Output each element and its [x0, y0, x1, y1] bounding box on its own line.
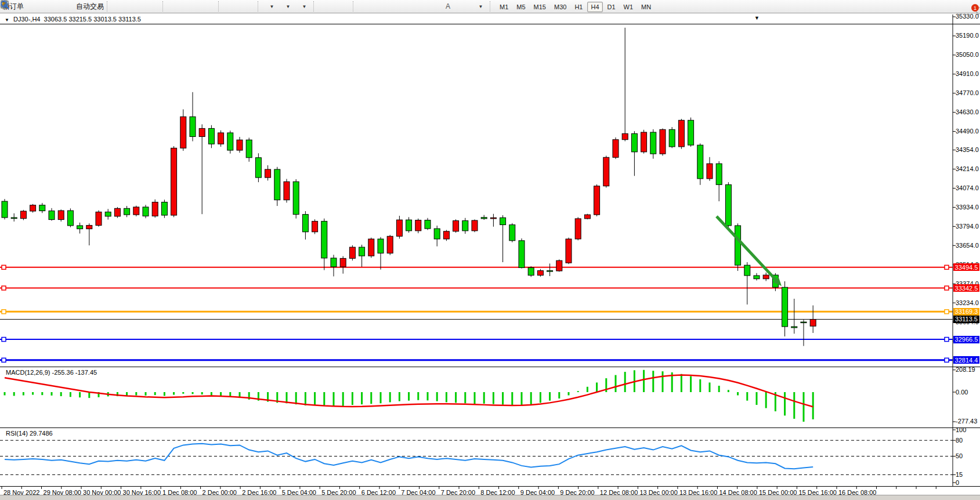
candle-body — [801, 322, 807, 323]
line-handle — [2, 310, 6, 314]
price-axis-tick: 34214.0 — [956, 165, 979, 172]
line-handle — [945, 286, 949, 290]
candle-body — [2, 201, 8, 218]
candle-body — [321, 221, 327, 258]
candle-body — [519, 241, 525, 268]
price-axis-tick: 33654.0 — [956, 242, 979, 249]
candle-body — [152, 202, 158, 216]
candle-body — [641, 132, 647, 152]
candle-body — [96, 212, 102, 225]
candle-body — [443, 231, 449, 239]
candle-body — [669, 129, 675, 147]
candle-body — [86, 225, 92, 229]
time-axis-label: 15 Dec 16:00 — [798, 489, 836, 496]
price-line-tag-33169.3[interactable]: 33169.3 — [953, 308, 979, 316]
price-line-tag-33342.5[interactable]: 33342.5 — [953, 284, 979, 292]
candle-body — [509, 225, 515, 241]
price-axis-tick: 33794.0 — [956, 223, 979, 230]
line-handle — [2, 265, 6, 269]
candle-body — [293, 182, 299, 214]
time-axis-label: 13 Dec 16:00 — [679, 489, 717, 496]
candle-body — [547, 271, 553, 272]
price-axis-tick: 34770.0 — [956, 89, 979, 96]
candle-body — [284, 182, 290, 200]
candle-body — [349, 247, 355, 258]
candle-body — [434, 229, 440, 239]
candle-body — [453, 220, 459, 231]
price-line-tag-33494.5[interactable]: 33494.5 — [953, 263, 979, 271]
candle-body — [340, 258, 346, 267]
candle-body — [791, 327, 797, 328]
candle-body — [594, 186, 600, 215]
price-line-tag-32814.4[interactable]: 32814.4 — [953, 356, 979, 364]
candle-body — [490, 218, 496, 219]
candle-body — [77, 226, 83, 229]
rsi-axis-tick: 0 — [956, 479, 959, 486]
line-handle — [2, 286, 6, 290]
price-axis-tick: 34074.0 — [956, 184, 979, 191]
candle-body — [678, 120, 684, 147]
candle-body — [105, 212, 111, 216]
candle-body — [67, 211, 73, 226]
price-line-tag-33113.5[interactable]: 33113.5 — [953, 316, 979, 323]
candle-body — [406, 220, 412, 231]
candle-body — [707, 164, 713, 179]
candle-body — [556, 260, 562, 271]
candle-body — [180, 117, 186, 148]
candle-body — [161, 202, 167, 215]
candle-body — [143, 207, 149, 216]
price-line-tag-32966.5[interactable]: 32966.5 — [953, 336, 979, 343]
candle-body — [763, 275, 769, 279]
candle-body — [20, 211, 26, 219]
candle-body — [500, 218, 506, 224]
line-handle — [945, 310, 949, 314]
rsi-axis-tick: 15 — [956, 471, 963, 478]
time-axis-label: 5 Dec 20:00 — [321, 489, 356, 496]
candle-body — [650, 132, 656, 154]
candle-body — [472, 220, 478, 231]
candle-body — [255, 158, 261, 177]
candle-body — [603, 157, 609, 186]
candle-body — [697, 145, 703, 179]
price-axis-tick: 33234.0 — [956, 299, 979, 306]
candle-body — [415, 220, 421, 231]
candle-body — [246, 140, 252, 158]
candle-body — [218, 133, 224, 144]
time-axis-label: 12 Dec 08:00 — [600, 489, 638, 496]
price-axis-tick: 33934.0 — [956, 204, 979, 211]
line-handle — [2, 338, 6, 342]
time-axis-label: 30 Nov 16:00 — [123, 489, 161, 496]
time-axis-label: 5 Dec 04:00 — [282, 489, 316, 496]
candle-body — [133, 207, 139, 215]
time-axis-label: 13 Dec 00:00 — [639, 489, 677, 496]
time-axis-label: 9 Dec 04:00 — [520, 489, 555, 496]
rsi-axis-tick: 50 — [956, 452, 963, 459]
candle-body — [11, 218, 17, 219]
macd-panel-separator[interactable] — [0, 367, 980, 367]
time-axis-label: 15 Dec 00:00 — [759, 489, 797, 496]
candle-body — [462, 220, 468, 230]
candle-body — [49, 211, 55, 220]
candle-body — [199, 128, 205, 136]
candle-body — [537, 271, 543, 276]
rsi-panel-separator[interactable] — [0, 427, 980, 428]
time-axis-label: 30 Nov 00:00 — [83, 489, 121, 496]
price-axis-tick: 34490.0 — [956, 128, 979, 135]
time-axis-label: 8 Dec 12:00 — [480, 489, 515, 496]
price-axis-tick: 34630.0 — [956, 108, 979, 115]
candle-body — [171, 148, 177, 215]
line-handle — [2, 358, 6, 362]
candle-body — [660, 129, 666, 154]
time-axis-label: 9 Dec 20:00 — [560, 489, 594, 496]
candle-body — [622, 133, 628, 139]
time-axis-label: 7 Dec 20:00 — [441, 489, 475, 496]
price-axis-tick: 35330.0 — [956, 13, 979, 20]
time-axis-label: 7 Dec 04:00 — [401, 489, 435, 496]
candle-body — [124, 208, 130, 215]
candle-body — [331, 258, 337, 267]
candle-body — [368, 239, 374, 256]
candle-body — [227, 133, 233, 150]
chart-surface[interactable] — [0, 0, 980, 500]
mt4-window: 新订单 自动交易 — [0, 0, 980, 500]
rsi-axis-tick: 100 — [956, 426, 966, 433]
